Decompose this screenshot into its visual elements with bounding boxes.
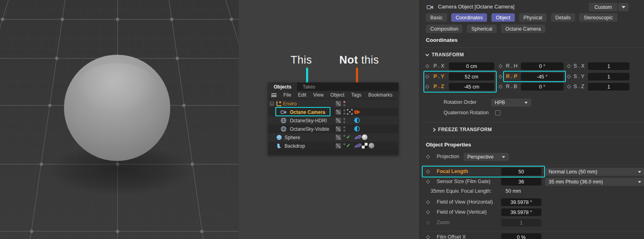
rb-field[interactable]: 0 ° bbox=[521, 83, 564, 91]
film-offset-x-label: Film Offset X bbox=[437, 233, 466, 239]
keyframe-diamond-icon[interactable] bbox=[567, 75, 571, 79]
hamburger-menu-icon[interactable] bbox=[271, 93, 277, 97]
rotation-order-dropdown[interactable]: HPB bbox=[491, 99, 531, 107]
material-tag-icon[interactable] bbox=[369, 143, 374, 148]
sx-label: S . X bbox=[574, 62, 584, 70]
keyframe-diamond-icon[interactable] bbox=[499, 64, 503, 68]
object-properties-heading: Object Properties bbox=[426, 142, 471, 148]
sensor-size-field[interactable]: 36 bbox=[501, 178, 541, 185]
keyframe-diamond-icon[interactable] bbox=[425, 64, 429, 68]
visibility-dot-render[interactable] bbox=[343, 113, 345, 115]
tree-row-octanesky-hdri[interactable]: OctaneSky-HDRI bbox=[268, 116, 398, 125]
film-offset-x-field[interactable]: 0 % bbox=[501, 233, 541, 239]
tree-row-enviro[interactable]: Enviro bbox=[268, 99, 398, 108]
quaternion-rotation-label: Quaternion Rotation bbox=[444, 109, 489, 117]
menu-bookmarks[interactable]: Bookmarks bbox=[368, 92, 392, 98]
separator bbox=[422, 47, 644, 48]
keyframe-diamond-icon[interactable] bbox=[567, 64, 571, 68]
freeze-transform-group-header[interactable]: FREEZE TRANSFORM bbox=[432, 127, 492, 132]
keyframe-diamond-icon[interactable] bbox=[426, 235, 430, 239]
sensor-size-preset-dropdown[interactable]: 35 mm Photo (36.0 mm) bbox=[545, 178, 644, 186]
material-tag-icon[interactable] bbox=[362, 134, 367, 140]
phong-tag-icon[interactable]: ⊿P bbox=[354, 134, 360, 140]
fov-vertical-field[interactable]: 39.5978 ° bbox=[501, 208, 541, 216]
tab-takes[interactable]: Takes bbox=[297, 82, 321, 91]
tab-object[interactable]: Object bbox=[491, 13, 515, 22]
tab-coordinates[interactable]: Coordinates bbox=[451, 13, 487, 22]
pz-field[interactable]: -45 cm bbox=[449, 83, 494, 91]
layer-toggle-icon[interactable] bbox=[336, 143, 341, 148]
octane-environment-tag-icon[interactable] bbox=[354, 126, 360, 132]
separator bbox=[422, 137, 644, 137]
tree-row-sphere[interactable]: Sphere ✓ ⊿P bbox=[268, 133, 398, 142]
compositing-tag-icon[interactable] bbox=[362, 143, 367, 148]
keyframe-diamond-icon[interactable] bbox=[499, 75, 503, 79]
visibility-dot-editor[interactable] bbox=[343, 109, 345, 111]
octane-environment-tag-icon[interactable] bbox=[354, 117, 360, 123]
py-field[interactable]: 52 cm bbox=[449, 73, 494, 80]
visibility-dot-editor[interactable] bbox=[343, 135, 345, 137]
keyframe-diamond-icon[interactable] bbox=[426, 155, 430, 159]
keyframe-diamond-icon[interactable] bbox=[425, 85, 429, 89]
keyframe-diamond-icon[interactable] bbox=[425, 75, 429, 79]
menu-view[interactable]: View bbox=[313, 92, 324, 98]
collapse-expander-icon[interactable] bbox=[270, 102, 274, 105]
sx-field[interactable]: 1 bbox=[588, 62, 630, 70]
layer-toggle-icon[interactable] bbox=[336, 126, 341, 132]
keyframe-diamond-icon[interactable] bbox=[426, 180, 430, 184]
preset-dropdown-arrow[interactable] bbox=[618, 3, 629, 11]
menu-tags[interactable]: Tags bbox=[351, 92, 361, 98]
tab-details[interactable]: Details bbox=[551, 13, 575, 22]
transform-group-header[interactable]: TRANSFORM bbox=[426, 52, 464, 58]
tab-spherical[interactable]: Spherical bbox=[467, 25, 497, 33]
phong-tag-icon[interactable]: ⊿P bbox=[354, 143, 360, 148]
tab-stereoscopic[interactable]: Stereoscopic bbox=[579, 13, 617, 22]
sensor-size-label: Sensor Size (Film Gate) bbox=[437, 178, 490, 185]
custom-preset-button[interactable]: Custom bbox=[589, 3, 617, 11]
fov-vertical-label: Field of View (Vertical) bbox=[437, 208, 487, 216]
tab-objects[interactable]: Objects bbox=[268, 82, 297, 91]
visibility-dot-editor[interactable] bbox=[343, 143, 345, 145]
layer-toggle-icon[interactable] bbox=[336, 118, 341, 123]
rb-label: R . B bbox=[506, 83, 517, 91]
tree-row-backdrop[interactable]: Backdrop ✓ ⊿P bbox=[268, 142, 398, 150]
layer-toggle-icon[interactable] bbox=[336, 101, 341, 106]
keyframe-diamond-icon[interactable] bbox=[567, 85, 571, 89]
3d-viewport[interactable] bbox=[0, 0, 239, 239]
tab-composition[interactable]: Composition bbox=[426, 25, 462, 33]
rh-field[interactable]: 0 ° bbox=[521, 62, 564, 70]
menu-edit[interactable]: Edit bbox=[298, 92, 306, 98]
keyframe-diamond-icon[interactable] bbox=[426, 210, 430, 214]
menu-file[interactable]: File bbox=[283, 92, 291, 98]
focus-crosshair-icon[interactable] bbox=[347, 109, 353, 115]
tree-row-octane-camera[interactable]: Octane Camera bbox=[268, 108, 398, 116]
octane-camera-tag-icon[interactable] bbox=[354, 109, 360, 115]
layer-toggle-icon[interactable] bbox=[336, 135, 341, 140]
visibility-dot-editor[interactable] bbox=[343, 101, 345, 103]
keyframe-diamond-icon[interactable] bbox=[426, 200, 430, 204]
layer-toggle-icon[interactable] bbox=[336, 109, 341, 115]
focal-length-field[interactable]: 50 bbox=[501, 168, 541, 175]
keyframe-diamond-icon[interactable] bbox=[426, 170, 430, 174]
visibility-dot-render[interactable] bbox=[343, 130, 345, 132]
fov-horizontal-field[interactable]: 39.5978 ° bbox=[501, 198, 541, 206]
visibility-dot-editor[interactable] bbox=[343, 118, 345, 120]
tree-row-octanesky-visible[interactable]: OctaneSky-Visible bbox=[268, 125, 398, 133]
visibility-dot-render[interactable] bbox=[343, 104, 345, 106]
menu-object[interactable]: Object bbox=[330, 92, 345, 98]
tab-physical[interactable]: Physical bbox=[519, 13, 547, 22]
keyframe-diamond-icon bbox=[426, 221, 430, 225]
projection-dropdown[interactable]: Perspective bbox=[464, 153, 509, 161]
tab-basic[interactable]: Basic bbox=[426, 13, 447, 22]
visibility-dot-editor[interactable] bbox=[343, 126, 345, 128]
focal-length-preset-dropdown[interactable]: Normal Lens (50 mm) bbox=[545, 168, 644, 176]
visibility-dot-render[interactable] bbox=[343, 121, 345, 123]
sy-field[interactable]: 1 bbox=[588, 73, 630, 80]
px-field[interactable]: 0 cm bbox=[449, 62, 494, 70]
sz-field[interactable]: 1 bbox=[588, 83, 630, 91]
keyframe-diamond-icon[interactable] bbox=[499, 85, 503, 89]
rp-field[interactable]: -45 ° bbox=[521, 73, 564, 80]
quaternion-rotation-checkbox[interactable] bbox=[495, 110, 500, 115]
tab-octane-camera[interactable]: Octane Camera bbox=[501, 25, 545, 33]
pz-label: P . Z bbox=[433, 83, 444, 91]
